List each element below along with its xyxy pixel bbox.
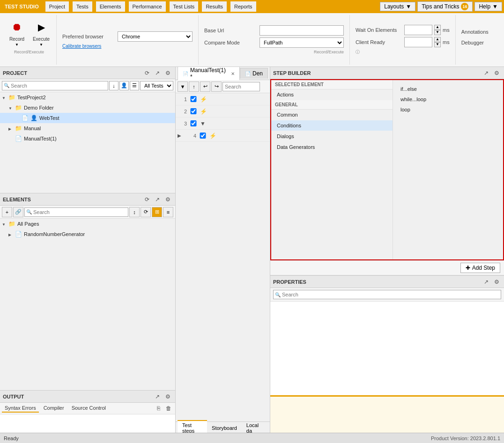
browser-select[interactable]: Chrome [118, 31, 193, 42]
properties-settings-btn[interactable]: ⚙ [492, 277, 501, 287]
properties-panel: PROPERTIES ↗ ⚙ 🔍 [270, 275, 504, 433]
compare-mode-select[interactable]: FullPath [259, 37, 344, 48]
step-undo-btn[interactable]: ↩ [200, 81, 210, 92]
sort-down-btn[interactable]: ↓ [109, 81, 119, 90]
wait-spinner[interactable]: ▲ ▼ [434, 25, 441, 35]
list-btn[interactable]: ≡ [163, 207, 173, 217]
tree-item-demofolder[interactable]: 📁 Demo Folder [0, 103, 175, 113]
clear-output-btn[interactable]: 🗑 [164, 404, 173, 413]
properties-popout-btn[interactable]: ↗ [482, 277, 491, 287]
calibrate-link[interactable]: Calibrate browsers [62, 44, 101, 49]
client-ready-spinner[interactable]: ▲ ▼ [434, 37, 441, 47]
step-checkbox[interactable] [190, 96, 197, 102]
table-row: 1 ⚡ [176, 93, 270, 105]
sb-actions-item[interactable]: Actions [271, 89, 393, 100]
elements-settings-btn[interactable]: ⚙ [163, 195, 172, 204]
step-toolbar: ▼ ↑ ↩ ↪ [176, 80, 270, 93]
menu-performance[interactable]: Performance [129, 1, 166, 12]
sb-loop-item[interactable]: loop [397, 104, 499, 115]
add-user-btn[interactable]: 👤 [119, 81, 129, 90]
base-url-input[interactable] [259, 25, 344, 36]
link-btn[interactable]: 🔗 [13, 207, 23, 217]
tab-syntax-errors[interactable]: Syntax Errors [2, 404, 39, 413]
record-execute-label: Record/Execute [14, 50, 44, 54]
elements-search-input[interactable] [24, 207, 128, 217]
record-button[interactable]: ⏺ Record ▼ [6, 17, 28, 49]
menu-results[interactable]: Results [202, 1, 227, 12]
sort-az-btn[interactable]: ↕ [129, 207, 140, 217]
tab-den[interactable]: 📄 Den [240, 68, 268, 79]
project-refresh-btn[interactable]: ⟳ [142, 68, 152, 78]
tab-test-steps[interactable]: Test steps [178, 420, 207, 433]
flag-icon: ⚡ [200, 96, 208, 103]
step-up-btn[interactable]: ↑ [189, 81, 199, 92]
help-button[interactable]: Help ▼ [474, 2, 502, 11]
menu-tests[interactable]: Tests [73, 1, 92, 12]
expand-arrow [8, 105, 15, 111]
tree-item-manual[interactable]: 📁 Manual [0, 123, 175, 133]
elements-popout-btn[interactable]: ↗ [153, 195, 162, 204]
tree-item-testproject2[interactable]: 📁 TestProject2 [0, 92, 175, 103]
wait-on-elements-input[interactable]: 15,000 [404, 25, 432, 35]
output-popout-btn[interactable]: ↗ [153, 392, 162, 401]
main-content: PROJECT ⟳ ↗ ⚙ 🔍 ↓ 👤 ☰ All Tests [0, 67, 504, 433]
project-search-input[interactable] [2, 81, 108, 90]
add-element-btn[interactable]: + [2, 207, 12, 217]
sb-common-item[interactable]: Common [271, 110, 393, 120]
step-checkbox[interactable] [199, 133, 207, 139]
step-search-input[interactable] [222, 82, 260, 91]
elements-refresh-btn[interactable]: ⟳ [142, 195, 152, 204]
copy-output-btn[interactable]: ⎘ [154, 404, 163, 413]
step-redo-btn[interactable]: ↪ [211, 81, 222, 92]
tab-compiler[interactable]: Compiler [41, 404, 67, 413]
menu-testlists[interactable]: Test Lists [170, 1, 199, 12]
client-ready-input[interactable]: 60,000 [404, 37, 432, 47]
expand-arrow [2, 95, 8, 100]
search-icon: 🔍 [26, 209, 32, 214]
grid-btn[interactable]: ⊞ [152, 207, 162, 217]
refresh-btn[interactable]: ⟳ [141, 207, 151, 217]
menu-reports[interactable]: Reports [230, 1, 256, 12]
tree-item-webtest[interactable]: 📄 👤 WebTest [0, 113, 175, 123]
step-builder-settings-btn[interactable]: ⚙ [492, 68, 501, 78]
sb-data-generators-item[interactable]: Data Generators [271, 142, 393, 153]
step-builder-popout-btn[interactable]: ↗ [482, 68, 491, 78]
wait-down-btn[interactable]: ▼ [434, 30, 441, 35]
sb-if-else-item[interactable]: if...else [397, 84, 499, 94]
project-popout-btn[interactable]: ↗ [153, 68, 162, 78]
tree-item-manualtest1[interactable]: 📄 ManualTest(1) [0, 133, 175, 144]
tab-storyboard[interactable]: Storyboard [207, 423, 242, 432]
add-step-button[interactable]: ✚ Add Step [460, 263, 500, 273]
folder-icon: 📁 [8, 94, 15, 101]
menu-project[interactable]: Project [45, 1, 69, 12]
tab-source-control[interactable]: Source Control [69, 404, 109, 413]
execute-button[interactable]: ▶ Execute ▼ [30, 17, 52, 49]
annotations-row: Annotations OFF 400 ▲ ▼ ms [461, 27, 504, 37]
tree-item-randomnumgen[interactable]: 📄 RandomNumberGenerator [0, 229, 175, 239]
wait-up-btn[interactable]: ▲ [434, 25, 441, 30]
output-settings-btn[interactable]: ⚙ [163, 392, 172, 401]
tips-tricks-button[interactable]: Tips and Tricks 16 [417, 1, 473, 12]
properties-search-input[interactable] [273, 290, 501, 299]
project-settings-btn[interactable]: ⚙ [163, 68, 172, 78]
tab-close-btn[interactable]: ✕ [231, 71, 235, 76]
sb-while-loop-item[interactable]: while...loop [397, 94, 499, 104]
client-ready-down-btn[interactable]: ▼ [434, 42, 441, 47]
sb-conditions-item[interactable]: Conditions [271, 120, 393, 131]
step-checkbox[interactable] [190, 120, 197, 126]
tab-local-data[interactable]: Local da [242, 420, 268, 433]
general-title: GENERAL [271, 100, 393, 110]
layouts-button[interactable]: Layouts ▼ [380, 2, 415, 11]
client-ready-up-btn[interactable]: ▲ [434, 37, 441, 42]
menu-bar: TEST STUDIO Project Tests Elements Perfo… [0, 0, 504, 13]
step-number: 1 [178, 96, 187, 102]
sb-dialogs-item[interactable]: Dialogs [271, 131, 393, 142]
menu-elements[interactable]: Elements [96, 1, 125, 12]
add-item-btn[interactable]: ☰ [130, 81, 139, 90]
step-action-btn1[interactable]: ▼ [178, 81, 188, 92]
file-tab-icon: 📄 [245, 71, 251, 76]
step-checkbox[interactable] [190, 108, 197, 114]
tips-badge: 16 [461, 3, 468, 10]
tree-item-allpages[interactable]: 📁 All Pages [0, 219, 175, 229]
test-filter-select[interactable]: All Tests [140, 81, 173, 90]
